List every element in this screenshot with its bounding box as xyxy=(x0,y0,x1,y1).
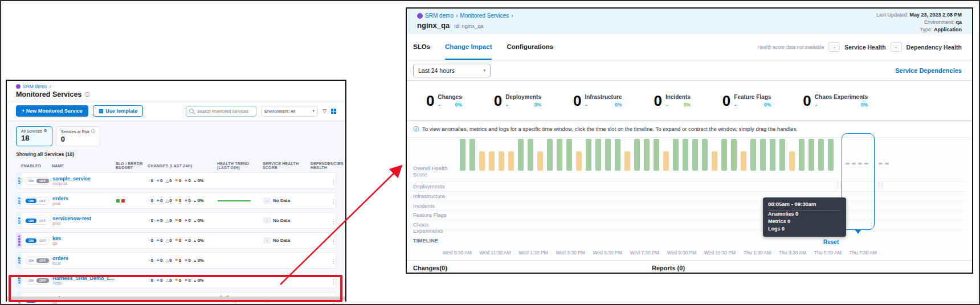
row-label-feature-flags: Feature Flags xyxy=(413,212,454,218)
deployment-icon: ↑ xyxy=(148,238,150,243)
row-label-overall-health: Overall Health Score xyxy=(413,165,454,178)
breadcrumb-item[interactable]: Monitored Services xyxy=(460,13,509,19)
table-row[interactable]: APP ONOFF Harness_SRM_Demo_E... Test2 ↑0… xyxy=(16,272,336,288)
time-range-select[interactable]: Last 24 hours ▾ xyxy=(413,64,491,77)
grid-view-icon[interactable] xyxy=(331,109,336,114)
service-name-link[interactable]: sample_service xyxy=(52,176,116,182)
service-type-tag: APP xyxy=(17,213,22,228)
service-enabled-toggle[interactable]: ONOFF xyxy=(25,177,50,185)
table-row[interactable]: APP ONOFF orders prod ↑0✳0△0⚑0✶0▲0% -No … xyxy=(16,192,336,209)
chevron-down-icon: ▾ xyxy=(483,68,485,73)
table-row[interactable]: INFRA ONOFF k8s qa ↑0✳0△0⚑0✶0▲0% -No Dat… xyxy=(16,232,336,249)
change-metrics-row: 0 Changes ▲0% 0 Deployments ▲0% 0 Infras… xyxy=(407,81,972,120)
srm-module-icon xyxy=(417,13,423,19)
incident-icon: △ xyxy=(165,238,169,243)
breadcrumb-separator: › xyxy=(50,84,51,89)
time-window-selection[interactable] xyxy=(842,133,875,230)
health-score-text: No Data xyxy=(273,198,290,203)
infrastructure-icon: ✳ xyxy=(156,179,160,183)
row-label-deployments: Deployments xyxy=(413,183,454,189)
deployment-icon: ↑ xyxy=(148,179,150,183)
service-name-link[interactable]: orders xyxy=(52,255,116,261)
table-row[interactable]: APP ONOFF orders local ↑0✳0△0⚑0✶0▲0% ⋮ xyxy=(16,252,336,269)
row-label-chaos-experiments: Chaos Experiments xyxy=(413,221,454,234)
all-services-count: 18 xyxy=(21,134,47,142)
row-menu-icon[interactable]: ⋮ xyxy=(330,238,336,245)
health-score-text: No Data xyxy=(273,238,290,243)
service-enabled-toggle[interactable]: ONOFF xyxy=(25,197,50,205)
service-enabled-toggle[interactable]: ONOFF xyxy=(25,257,50,265)
table-row[interactable]: APP ONOFF sample_service nonprod ↑0✳0△0⚑… xyxy=(16,172,336,189)
cropped-footer-strip xyxy=(7,296,345,300)
deployment-icon: ↑ xyxy=(148,258,150,263)
timeline-axis-labels: Wed 9:30 AMWed 11:30 AM Wed 1:30 PMWed 3… xyxy=(443,250,877,255)
change-impact-timeline: Overall Health Score Deployments Infrast… xyxy=(407,138,972,260)
environment-filter[interactable]: Environment: All ▾ xyxy=(261,106,318,117)
service-name-link[interactable]: k8s xyxy=(52,236,116,241)
info-icon: ⓘ xyxy=(91,129,95,134)
template-icon: ▤ xyxy=(99,108,104,114)
row-menu-icon[interactable]: ⋮ xyxy=(330,219,336,225)
selection-left-handle[interactable]: ⋮⋮ xyxy=(835,183,842,188)
service-health-label: Service Health xyxy=(844,44,885,51)
search-input-wrap xyxy=(186,106,256,117)
services-at-risk-card[interactable]: Services at Risk ⓘ 0 xyxy=(56,126,100,146)
table-row[interactable]: APP ONOFF servicenow-test prod ↑0✳0△0⚑0✶… xyxy=(16,212,336,229)
filter-icon[interactable]: ▽ xyxy=(322,108,326,114)
timeline-section-label: TIMELINE xyxy=(413,238,438,244)
service-id: Id: nginx_qa xyxy=(454,23,484,29)
health-score-bars[interactable] xyxy=(460,138,834,171)
service-enabled-toggle[interactable]: ONOFF xyxy=(25,217,50,225)
monitored-services-panel: SRM demo › Monitored Services ⓘ + New Mo… xyxy=(6,80,346,302)
service-environment: Test2 xyxy=(52,281,116,286)
tab-slos[interactable]: SLOs xyxy=(413,34,430,60)
feature-flag-icon: ⚑ xyxy=(174,238,178,243)
service-dependencies-link[interactable]: Service Dependencies xyxy=(895,67,962,74)
service-name-link[interactable]: orders xyxy=(52,196,116,201)
chaos-icon: ✶ xyxy=(184,278,187,283)
metric-deployments: 0 Deployments ▲0% xyxy=(494,93,541,108)
incident-icon: △ xyxy=(165,219,169,223)
reset-link[interactable]: Reset xyxy=(823,239,839,245)
breadcrumb[interactable]: SRM demo › xyxy=(16,84,336,89)
new-monitored-service-button[interactable]: + New Monitored Service xyxy=(16,105,88,117)
caret-up-icon: ▲ xyxy=(815,103,818,106)
changes-section-header: Changes(0) xyxy=(413,265,447,271)
metric-chaos-experiments: 0 Chaos Experiments ▲0% xyxy=(803,93,868,108)
row-menu-icon[interactable]: ⋮ xyxy=(330,258,336,265)
feature-flag-icon: ⚑ xyxy=(174,199,178,203)
last-updated-value: May 23, 2023 2:08 PM xyxy=(909,12,962,18)
caret-up-icon: ▲ xyxy=(734,103,737,106)
dependency-health-label: Dependency Health xyxy=(906,44,962,51)
breadcrumb-item[interactable]: SRM demo xyxy=(23,84,47,89)
row-menu-icon[interactable]: ⋮ xyxy=(330,179,336,185)
service-detail-panel: SRM demo › Monitored Services › nginx_qa… xyxy=(406,7,973,274)
chaos-icon: ✶ xyxy=(184,179,187,183)
environment-value: qa xyxy=(956,19,962,25)
timeline-tooltip: 08:05am - 09:30am Anamolies 0 Metrics 0 … xyxy=(763,197,846,237)
health-score-note: Health score data not available xyxy=(757,44,824,50)
breadcrumb-item[interactable]: SRM demo xyxy=(425,13,454,19)
deployment-icon: ↑ xyxy=(148,219,150,223)
service-name-link[interactable]: Harness_SRM_Demo_E... xyxy=(52,275,116,281)
service-name-link[interactable]: servicenow-test xyxy=(52,216,116,221)
selection-right-handle[interactable]: ⋮⋮ xyxy=(876,183,883,188)
search-icon xyxy=(189,109,194,113)
deployment-icon: ↑ xyxy=(148,199,150,203)
service-enabled-toggle[interactable]: ONOFF xyxy=(25,237,50,245)
health-score-text: No Data xyxy=(273,218,290,223)
caret-up-icon: ▲ xyxy=(194,179,197,183)
all-services-card[interactable]: All Services ⚙ 18 xyxy=(16,126,52,146)
caret-up-icon: ▲ xyxy=(665,103,668,106)
tab-configurations[interactable]: Configurations xyxy=(507,34,553,60)
dependency-health-badge: - xyxy=(891,42,902,52)
page-title: Monitored Services xyxy=(16,90,81,98)
info-icon: ⓘ xyxy=(84,91,89,98)
tab-change-impact[interactable]: Change Impact xyxy=(445,34,492,60)
row-menu-icon[interactable]: ⋮ xyxy=(330,278,336,285)
row-menu-icon[interactable]: ⋮ xyxy=(330,199,336,205)
search-input[interactable] xyxy=(196,108,253,114)
type-value: Application xyxy=(934,27,962,32)
use-template-button[interactable]: ▤ Use template xyxy=(93,105,144,117)
service-enabled-toggle[interactable]: ONOFF xyxy=(25,277,50,285)
